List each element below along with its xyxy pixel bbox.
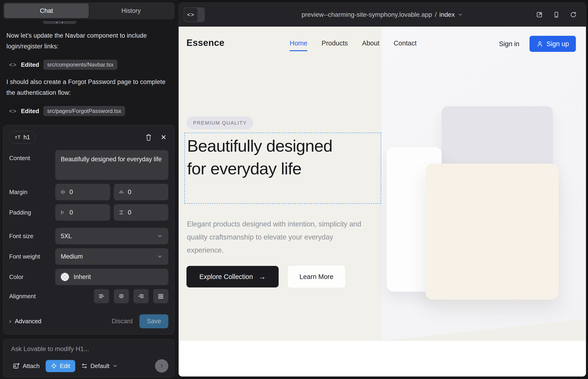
advanced-label: Advanced <box>15 318 42 325</box>
inspector-footer: › Advanced Discard Save <box>9 314 168 328</box>
code-preview-toggle[interactable]: <> <box>184 7 205 22</box>
align-justify-icon <box>157 293 164 300</box>
explore-collection-label: Explore Collection <box>199 273 253 281</box>
margin-x-field[interactable] <box>55 184 110 200</box>
arrow-up-icon: ↑ <box>160 362 164 370</box>
margin-y-input[interactable] <box>128 189 142 196</box>
mobile-view-button[interactable] <box>552 10 561 19</box>
margin-label: Margin <box>9 189 55 196</box>
save-button[interactable]: Save <box>139 314 168 328</box>
selected-element-pill[interactable]: ᴛT h1 <box>9 131 35 144</box>
chat-history-tabs: Chat History <box>3 2 174 19</box>
tab-chat[interactable]: Chat <box>4 3 89 18</box>
close-inspector-button[interactable]: ✕ <box>159 132 168 143</box>
element-inspector-panel: ᴛT h1 ✕ Content Beautifully designed for… <box>3 125 174 334</box>
premium-quality-badge: PREMIUM QUALITY <box>186 117 253 129</box>
chevron-down-icon <box>157 233 163 239</box>
edited-file-row: <> Edited src/components/Navbar.tsx <box>9 60 117 70</box>
padding-y-field[interactable] <box>114 204 169 221</box>
font-weight-select[interactable]: Medium <box>55 248 168 265</box>
font-size-value: 5XL <box>61 233 157 240</box>
sign-in-link[interactable]: Sign in <box>499 40 519 48</box>
learn-more-button[interactable]: Learn More <box>287 265 346 288</box>
mobile-phone-icon <box>553 11 560 18</box>
padding-y-input[interactable] <box>128 209 142 216</box>
padding-x-input[interactable] <box>69 209 83 216</box>
next-section-band <box>179 341 586 377</box>
tab-history[interactable]: History <box>89 3 173 18</box>
content-textarea[interactable]: Beautifully designed for everyday life <box>55 150 168 180</box>
font-weight-label: Font weight <box>9 253 55 260</box>
explore-collection-button[interactable]: Explore Collection → <box>186 266 279 287</box>
preview-browser-window: <> preview--charming-site-symphony.lovab… <box>178 2 586 377</box>
margin-y-field[interactable] <box>114 184 169 200</box>
browser-toolbar: <> preview--charming-site-symphony.lovab… <box>179 2 586 27</box>
discard-button[interactable]: Discard <box>112 318 133 325</box>
nav-links: Home Products About Contact <box>290 39 417 51</box>
edit-mode-button[interactable]: Edit <box>46 360 75 372</box>
sliders-icon <box>81 363 88 369</box>
refresh-icon <box>570 11 577 18</box>
align-center-button[interactable] <box>114 289 129 303</box>
font-weight-value: Medium <box>61 253 157 260</box>
chevron-down-icon <box>458 12 463 17</box>
assistant-message: Now let's update the Navbar component to… <box>6 30 167 52</box>
assistant-message: I should also create a Forgot Password p… <box>6 77 171 98</box>
nav-link-products[interactable]: Products <box>322 39 348 51</box>
font-size-select[interactable]: 5XL <box>55 228 168 244</box>
hero-section: Essence Home Products About Contact Sign… <box>179 27 586 341</box>
edit-label: Edit <box>60 363 70 370</box>
send-button[interactable]: ↑ <box>155 359 168 373</box>
chevron-down-icon <box>157 253 163 259</box>
nav-link-home[interactable]: Home <box>290 39 307 51</box>
align-justify-button[interactable] <box>153 289 168 303</box>
target-icon <box>51 363 57 369</box>
code-icon: <> <box>9 108 17 114</box>
file-chip[interactable]: src/components/Navbar.tsx <box>43 60 117 70</box>
margin-vertical-icon <box>118 189 124 195</box>
trash-icon <box>145 134 152 141</box>
nav-link-about[interactable]: About <box>362 39 380 51</box>
align-right-button[interactable] <box>134 289 149 303</box>
refresh-button[interactable] <box>569 10 578 19</box>
color-select[interactable]: Inherit <box>55 269 168 285</box>
attach-button[interactable]: Attach <box>10 360 42 372</box>
alignment-row: Alignment <box>9 289 168 303</box>
site-viewport: Essence Home Products About Contact Sign… <box>179 27 586 377</box>
delete-element-button[interactable] <box>143 132 154 143</box>
hero-heading[interactable]: Beautifully designed for everyday life <box>185 133 341 180</box>
sign-up-button[interactable]: Sign up <box>529 36 576 52</box>
padding-vertical-icon <box>118 209 124 215</box>
color-row: Color Inherit <box>9 269 168 285</box>
attach-label: Attach <box>23 363 40 370</box>
font-size-label: Font size <box>9 233 55 240</box>
file-chip[interactable]: src/pages/ForgotPassword.tsx <box>43 106 125 116</box>
site-logo[interactable]: Essence <box>186 38 225 48</box>
inspector-header: ᴛT h1 ✕ <box>9 131 168 144</box>
margin-x-input[interactable] <box>69 189 83 196</box>
nav-link-contact[interactable]: Contact <box>394 39 417 51</box>
truncated-chip <box>43 21 76 24</box>
attach-image-icon <box>13 363 20 369</box>
url-separator: / <box>435 11 437 18</box>
h1-selection-outline[interactable]: Beautifully designed for everyday life <box>184 133 381 204</box>
margin-row: Margin <box>9 184 168 200</box>
url-page: index <box>439 11 455 18</box>
open-in-new-tab-button[interactable] <box>535 10 544 19</box>
padding-x-field[interactable] <box>55 204 110 221</box>
decorative-card-cream <box>426 164 559 300</box>
margin-horizontal-icon <box>60 189 66 195</box>
element-tag: h1 <box>24 134 30 141</box>
url-breadcrumb[interactable]: preview--charming-site-symphony.lovable.… <box>188 11 577 18</box>
align-left-button[interactable] <box>94 289 109 303</box>
prompt-input[interactable] <box>11 345 167 353</box>
hero-description: Elegant products designed with intention… <box>187 218 370 257</box>
hero-cta-group: Explore Collection → Learn More <box>186 265 346 288</box>
model-default-button[interactable]: Default <box>78 360 121 372</box>
external-link-icon <box>536 11 543 18</box>
chevron-right-icon: › <box>9 318 11 325</box>
chevron-down-icon <box>112 363 118 369</box>
padding-row: Padding <box>9 204 168 221</box>
advanced-toggle[interactable]: › Advanced <box>9 318 41 325</box>
user-icon <box>536 40 543 47</box>
